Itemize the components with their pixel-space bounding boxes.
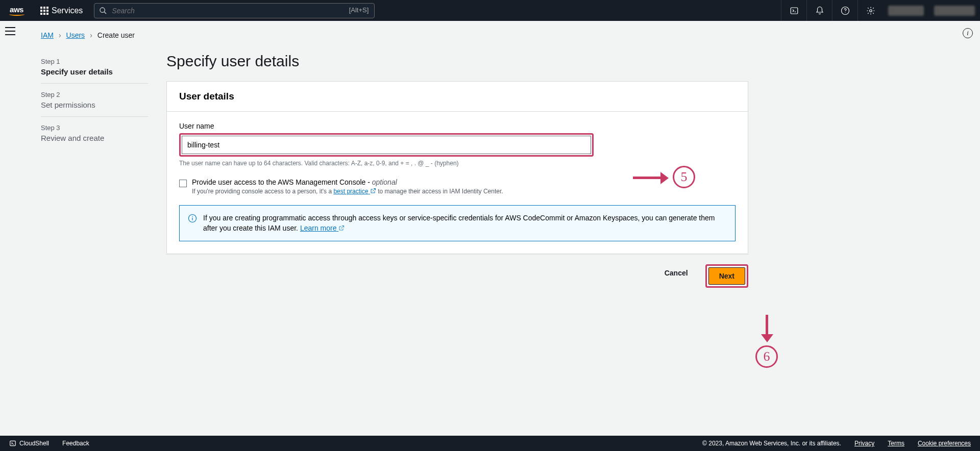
breadcrumb: IAM › Users › Create user	[41, 31, 960, 39]
annotation-highlight-username	[179, 133, 594, 157]
settings-icon[interactable]	[857, 0, 883, 21]
external-link-icon	[338, 225, 345, 231]
breadcrumb-iam[interactable]: IAM	[41, 31, 54, 39]
wizard-step-2[interactable]: Step 2 Set permissions	[41, 84, 148, 117]
cookie-preferences-link[interactable]: Cookie preferences	[918, 440, 971, 447]
grid-icon	[40, 7, 48, 15]
chevron-right-icon: ›	[59, 31, 61, 39]
wizard-step-3[interactable]: Step 3 Review and create	[41, 117, 148, 149]
learn-more-link[interactable]: Learn more	[300, 224, 345, 232]
page-title: Specify user details	[166, 53, 748, 70]
info-icon	[188, 214, 197, 223]
arrow-right-icon	[633, 175, 669, 179]
cloudshell-icon	[9, 440, 16, 447]
top-nav: aws Services [Alt+S]	[0, 0, 980, 21]
svg-point-6	[869, 9, 872, 12]
cloudshell-button[interactable]: CloudShell	[9, 440, 49, 447]
wizard-step-1[interactable]: Step 1 Specify user details	[41, 51, 148, 84]
username-label: User name	[179, 122, 736, 130]
annotation-callout-5: 5	[633, 166, 695, 188]
info-box: If you are creating programmatic access …	[179, 205, 736, 241]
breadcrumb-current: Create user	[97, 31, 135, 39]
services-label: Services	[52, 6, 83, 15]
main-content: IAM › Users › Create user Step 1 Specify…	[20, 21, 980, 436]
search-shortcut-hint: [Alt+S]	[349, 6, 369, 14]
next-button[interactable]: Next	[708, 267, 745, 285]
services-menu[interactable]: Services	[33, 0, 90, 21]
console-access-checkbox[interactable]	[179, 180, 187, 187]
copyright: © 2023, Amazon Web Services, Inc. or its…	[702, 440, 841, 447]
terms-link[interactable]: Terms	[888, 440, 904, 447]
svg-line-1	[104, 12, 106, 14]
wizard-steps: Step 1 Specify user details Step 2 Set p…	[41, 51, 148, 288]
svg-point-0	[100, 8, 105, 12]
arrow-down-icon	[765, 315, 769, 342]
best-practice-link[interactable]: best practice	[333, 188, 376, 195]
help-icon[interactable]	[832, 0, 857, 21]
cancel-button[interactable]: Cancel	[654, 264, 698, 282]
console-access-hint: If you're providing console access to a …	[192, 188, 503, 195]
username-input[interactable]	[182, 136, 591, 154]
svg-point-9	[192, 216, 193, 217]
svg-point-5	[845, 12, 845, 13]
account-menu[interactable]	[934, 6, 975, 16]
external-link-icon	[370, 188, 376, 194]
region-selector[interactable]	[888, 6, 924, 16]
feedback-button[interactable]: Feedback	[62, 440, 89, 447]
breadcrumb-users[interactable]: Users	[66, 31, 85, 39]
console-access-label: Provide user access to the AWS Managemen…	[192, 178, 503, 186]
privacy-link[interactable]: Privacy	[854, 440, 874, 447]
search-wrap: [Alt+S]	[94, 3, 375, 18]
annotation-callout-6: 6	[755, 315, 778, 368]
annotation-highlight-next: Next	[705, 264, 748, 288]
chevron-right-icon: ›	[90, 31, 92, 39]
sidebar-toggle[interactable]	[5, 27, 15, 35]
search-icon	[99, 7, 107, 17]
search-input[interactable]	[94, 3, 375, 18]
notifications-icon[interactable]	[806, 0, 832, 21]
wizard-actions: Cancel Next	[166, 264, 748, 288]
cloudshell-icon[interactable]	[781, 0, 806, 21]
aws-logo[interactable]: aws	[0, 5, 33, 16]
footer: CloudShell Feedback © 2023, Amazon Web S…	[0, 436, 980, 451]
panel-heading: User details	[167, 82, 748, 112]
